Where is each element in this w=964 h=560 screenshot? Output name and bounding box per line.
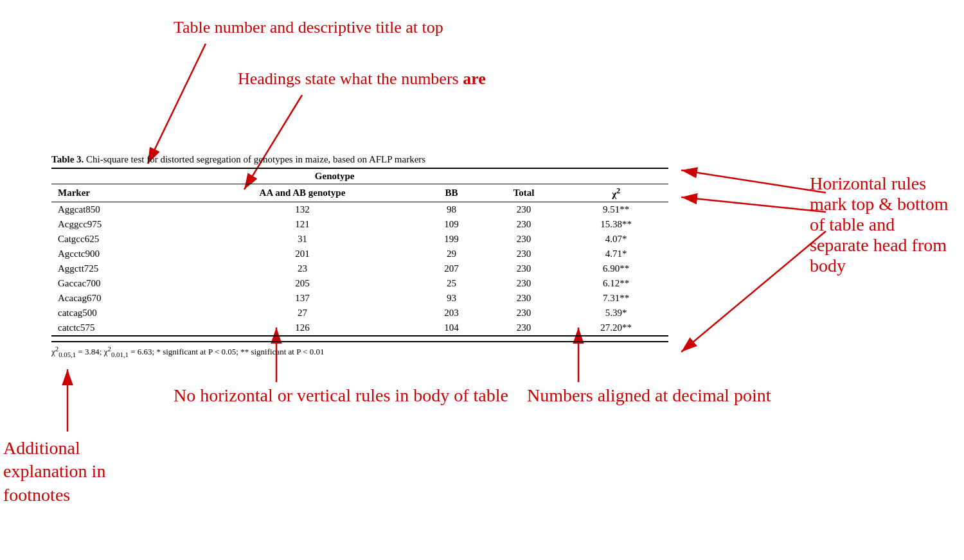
data-table: Genotype Marker AA and AB genotype BB To… xyxy=(51,168,668,342)
table-row: catcag500272032305.39* xyxy=(51,306,668,320)
table-cell: 230 xyxy=(484,202,564,218)
table-title-bold: Table 3. xyxy=(51,154,84,164)
table-container: Table 3. Chi-square test for distorted s… xyxy=(51,154,668,358)
table-row: Gaccac700205252306.12** xyxy=(51,276,668,291)
annotation-headings: Headings state what the numbers are xyxy=(238,69,486,89)
annotation-additional: Additionalexplanation infootnotes xyxy=(3,437,105,507)
table-cell: 4.07* xyxy=(564,232,668,247)
annotation-title-top: Table number and descriptive title at to… xyxy=(174,18,443,37)
annotation-horizontal-rules: Horizontal rules mark top & bottom of ta… xyxy=(810,173,951,276)
table-cell: 93 xyxy=(419,291,483,306)
additional-text: Additionalexplanation infootnotes xyxy=(3,438,105,505)
svg-line-1 xyxy=(148,44,206,164)
table-cell: 230 xyxy=(484,232,564,247)
table-cell: 199 xyxy=(419,232,483,247)
table-cell: 207 xyxy=(419,261,483,276)
col-header-bb: BB xyxy=(419,184,483,202)
table-cell: Catgcc625 xyxy=(51,232,186,247)
table-cell: 104 xyxy=(419,320,483,336)
table-cell: 230 xyxy=(484,217,564,232)
table-row: catctc57512610423027.20** xyxy=(51,320,668,336)
table-cell: 27 xyxy=(186,306,419,320)
table-cell: 31 xyxy=(186,232,419,247)
table-cell: 203 xyxy=(419,306,483,320)
table-cell: 29 xyxy=(419,247,483,261)
table-cell: 230 xyxy=(484,261,564,276)
headings-bold: are xyxy=(463,69,486,88)
table-cell: 7.31** xyxy=(564,291,668,306)
table-cell: Aggcat850 xyxy=(51,202,186,218)
table-row: Catgcc625311992304.07* xyxy=(51,232,668,247)
table-cell: 25 xyxy=(419,276,483,291)
col-header-genotype: Genotype xyxy=(186,168,484,184)
headings-text: Headings state what the numbers xyxy=(238,69,463,88)
table-cell: 230 xyxy=(484,291,564,306)
table-cell: 98 xyxy=(419,202,483,218)
table-row: Acacag670137932307.31** xyxy=(51,291,668,306)
col-header-total xyxy=(484,168,564,184)
table-cell: 137 xyxy=(186,291,419,306)
table-cell: 205 xyxy=(186,276,419,291)
table-cell: Acacag670 xyxy=(51,291,186,306)
svg-line-8 xyxy=(681,231,826,352)
table-cell: 230 xyxy=(484,247,564,261)
table-title: Table 3. Chi-square test for distorted s… xyxy=(51,154,668,165)
table-cell: 132 xyxy=(186,202,419,218)
table-cell: 230 xyxy=(484,320,564,336)
table-cell: 5.39* xyxy=(564,306,668,320)
col-header-chi xyxy=(564,168,668,184)
table-cell: 121 xyxy=(186,217,419,232)
table-cell: 201 xyxy=(186,247,419,261)
table-cell: 6.12** xyxy=(564,276,668,291)
table-cell: catcag500 xyxy=(51,306,186,320)
table-row: Aggcat850132982309.51** xyxy=(51,202,668,218)
table-cell: Acggcc975 xyxy=(51,217,186,232)
footnote-text: χ20.05,1 = 3.84; χ20.01,1 = 6.63; * sign… xyxy=(51,345,668,358)
table-cell: Agcctc900 xyxy=(51,247,186,261)
table-row: Aggctt725232072306.90** xyxy=(51,261,668,276)
table-cell: 230 xyxy=(484,276,564,291)
table-cell: 4.71* xyxy=(564,247,668,261)
svg-line-4 xyxy=(681,197,826,212)
table-cell: Gaccac700 xyxy=(51,276,186,291)
table-cell: Aggctt725 xyxy=(51,261,186,276)
annotation-no-rules: No horizontal or vertical rules in body … xyxy=(174,385,508,406)
table-row: Acggcc97512110923015.38** xyxy=(51,217,668,232)
table-cell: 109 xyxy=(419,217,483,232)
table-cell: 27.20** xyxy=(564,320,668,336)
table-cell: 230 xyxy=(484,306,564,320)
table-cell: 15.38** xyxy=(564,217,668,232)
table-title-text: Chi-square test for distorted segregatio… xyxy=(84,154,425,164)
table-cell: 6.90** xyxy=(564,261,668,276)
col-header-marker xyxy=(51,168,186,184)
col-header-chi-label: χ2 xyxy=(564,184,668,202)
svg-line-3 xyxy=(681,170,826,193)
table-cell: catctc575 xyxy=(51,320,186,336)
annotation-numbers-aligned: Numbers aligned at decimal point xyxy=(527,385,771,406)
footnote-row xyxy=(51,336,668,342)
col-header-total-label: Total xyxy=(484,184,564,202)
table-cell: 9.51** xyxy=(564,202,668,218)
col-header-marker-label: Marker xyxy=(51,184,186,202)
table-cell: 126 xyxy=(186,320,419,336)
table-row: Agcctc900201292304.71* xyxy=(51,247,668,261)
col-header-aa-ab: AA and AB genotype xyxy=(186,184,419,202)
table-cell: 23 xyxy=(186,261,419,276)
